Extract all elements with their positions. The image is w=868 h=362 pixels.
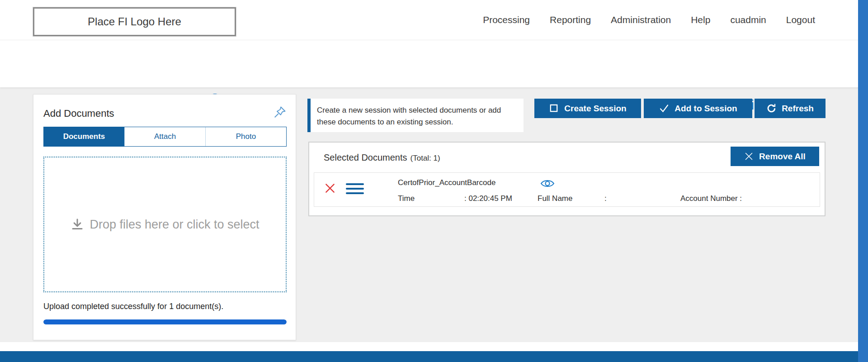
add-to-session-button[interactable]: Add to Session: [644, 99, 752, 118]
app-root: Place FI Logo Here Processing Reporting …: [0, 0, 868, 362]
download-icon: [71, 218, 84, 231]
selected-documents-title: Selected Documents (Total: 1): [324, 152, 440, 163]
drag-handle-icon[interactable]: [346, 183, 364, 194]
create-session-label: Create Session: [564, 104, 626, 114]
time-value: : 02:20:45 PM: [464, 194, 512, 203]
tab-attach[interactable]: Attach: [124, 127, 205, 146]
nav-item-administration[interactable]: Administration: [611, 14, 671, 25]
selected-documents-title-text: Selected Documents: [324, 152, 407, 163]
refresh-icon: [766, 103, 777, 114]
file-dropzone[interactable]: Drop files here or click to select: [43, 157, 287, 292]
footer-bar: [0, 351, 868, 362]
checkmark-icon: [659, 103, 670, 114]
selected-documents-total: (Total: 1): [410, 154, 440, 163]
page-header: Collected Documents i Kinective Sign: [0, 40, 868, 87]
top-bar: Place FI Logo Here Processing Reporting …: [0, 0, 868, 40]
create-session-button[interactable]: Create Session: [534, 99, 641, 118]
remove-document-icon[interactable]: [324, 182, 336, 194]
fi-logo-text: Place FI Logo Here: [88, 15, 181, 28]
preview-eye-icon[interactable]: [540, 178, 555, 189]
close-icon: [744, 152, 754, 161]
selected-documents-panel: Selected Documents (Total: 1) Remove All…: [308, 142, 826, 216]
nav-item-processing[interactable]: Processing: [483, 14, 530, 25]
time-label: Time: [398, 194, 415, 203]
account-number-label: Account Number :: [680, 194, 742, 203]
remove-all-button[interactable]: Remove All: [731, 147, 819, 166]
refresh-label: Refresh: [782, 104, 814, 114]
nav-item-reporting[interactable]: Reporting: [550, 14, 591, 25]
add-to-session-label: Add to Session: [675, 104, 737, 114]
upload-progress-bar: [43, 319, 287, 324]
add-documents-card: Add Documents Documents Attach Photo Dro…: [33, 94, 296, 340]
nav-item-logout[interactable]: Logout: [786, 14, 815, 25]
upload-progress-fill: [43, 319, 287, 324]
add-documents-tabs: Documents Attach Photo: [43, 127, 287, 147]
dropzone-text: Drop files here or click to select: [90, 218, 259, 232]
tab-documents[interactable]: Documents: [44, 127, 124, 146]
remove-all-label: Remove All: [759, 152, 806, 162]
selected-document-row: CertofPrior_AccountBarcode Time : 02:20:…: [314, 172, 820, 207]
fi-logo-placeholder: Place FI Logo Here: [33, 7, 236, 36]
nav-item-help[interactable]: Help: [691, 14, 710, 25]
full-name-label: Full Name: [538, 194, 572, 203]
add-documents-title: Add Documents: [43, 108, 114, 119]
full-name-value: :: [604, 194, 607, 203]
tab-photo[interactable]: Photo: [205, 127, 286, 146]
nav-item-cuadmin[interactable]: cuadmin: [730, 14, 766, 25]
scrollbar[interactable]: [858, 0, 868, 362]
document-name: CertofPrior_AccountBarcode: [398, 178, 495, 187]
square-icon: [549, 103, 559, 114]
main-nav: Processing Reporting Administration Help…: [483, 0, 815, 40]
refresh-button[interactable]: Refresh: [755, 99, 826, 118]
pin-icon[interactable]: [273, 105, 287, 119]
session-info-message: Create a new session with selected docum…: [307, 99, 524, 132]
upload-status-text: Upload completed successfully for 1 docu…: [43, 302, 223, 311]
